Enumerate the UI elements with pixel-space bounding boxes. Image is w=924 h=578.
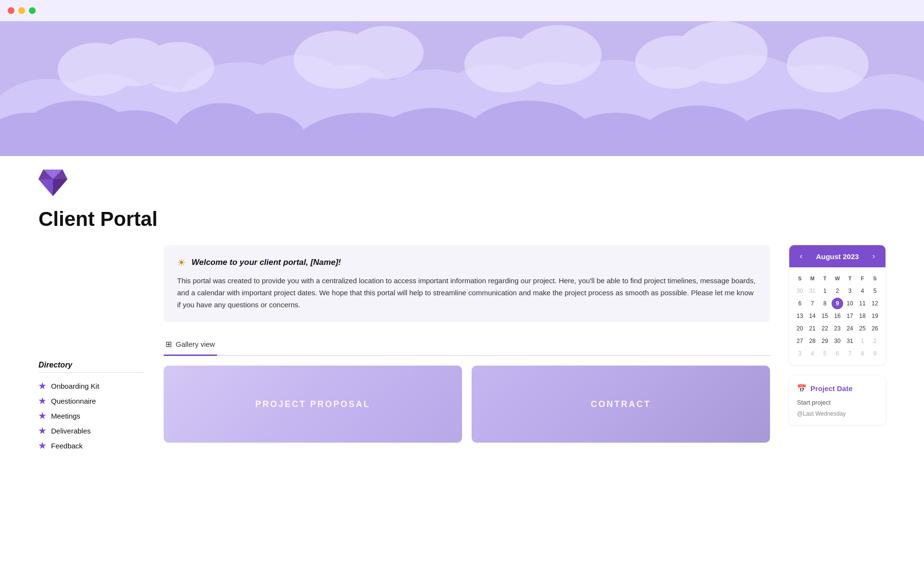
svg-point-36 bbox=[787, 37, 869, 92]
day-header-w: W bbox=[832, 273, 843, 284]
calendar-day[interactable]: 17 bbox=[844, 310, 856, 322]
calendar-day[interactable]: 15 bbox=[819, 310, 831, 322]
calendar: ‹ August 2023 › S M T W T F S 3031123456… bbox=[789, 245, 886, 365]
sidebar-item-onboarding[interactable]: Onboarding Kit bbox=[38, 379, 144, 394]
calendar-day[interactable]: 31 bbox=[844, 335, 856, 347]
deliverables-icon bbox=[38, 427, 46, 435]
calendar-day[interactable]: 4 bbox=[857, 285, 868, 297]
center-content: ☀ Welcome to your client portal, [Name]!… bbox=[164, 245, 770, 443]
calendar-day[interactable]: 21 bbox=[807, 323, 818, 334]
sidebar: Directory Onboarding Kit Questionnaire M… bbox=[38, 361, 144, 453]
calendar-week-5: 3456789 bbox=[794, 347, 881, 360]
project-date-schedule: @Last Wednesday bbox=[797, 410, 878, 417]
calendar-next-button[interactable]: › bbox=[870, 251, 878, 262]
contract-label: CONTRACT bbox=[591, 399, 651, 409]
minimize-button[interactable] bbox=[18, 7, 25, 14]
calendar-day[interactable]: 9 bbox=[832, 298, 843, 309]
sidebar-label-deliverables: Deliverables bbox=[51, 427, 91, 435]
calendar-day[interactable]: 24 bbox=[844, 323, 856, 334]
welcome-box: ☀ Welcome to your client portal, [Name]!… bbox=[164, 245, 770, 322]
calendar-week-3: 20212223242526 bbox=[794, 322, 881, 335]
calendar-day[interactable]: 30 bbox=[832, 335, 843, 347]
calendar-day: 3 bbox=[794, 348, 806, 359]
svg-marker-42 bbox=[53, 179, 67, 196]
calendar-day[interactable]: 16 bbox=[832, 310, 843, 322]
sidebar-title: Directory bbox=[38, 361, 144, 373]
main-layout: Directory Onboarding Kit Questionnaire M… bbox=[0, 245, 924, 453]
day-header-s2: S bbox=[869, 273, 881, 284]
calendar-icon: 📅 bbox=[797, 384, 807, 393]
svg-point-29 bbox=[142, 42, 214, 92]
calendar-day[interactable]: 8 bbox=[819, 298, 831, 309]
feedback-icon bbox=[38, 442, 46, 450]
sidebar-item-questionnaire[interactable]: Questionnaire bbox=[38, 394, 144, 408]
titlebar bbox=[0, 0, 924, 21]
sidebar-label-feedback: Feedback bbox=[51, 442, 83, 450]
sidebar-item-meetings[interactable]: Meetings bbox=[38, 408, 144, 423]
calendar-day[interactable]: 18 bbox=[857, 310, 868, 322]
calendar-day[interactable]: 3 bbox=[844, 285, 856, 297]
grid-icon: ⊞ bbox=[166, 340, 172, 349]
calendar-day[interactable]: 5 bbox=[869, 285, 881, 297]
close-button[interactable] bbox=[8, 7, 14, 14]
calendar-day[interactable]: 11 bbox=[857, 298, 868, 309]
calendar-day-headers: S M T W T F S bbox=[794, 272, 881, 285]
calendar-day[interactable]: 25 bbox=[857, 323, 868, 334]
calendar-day[interactable]: 12 bbox=[869, 298, 881, 309]
gallery-cards: PROJECT PROPOSAL CONTRACT bbox=[164, 366, 770, 443]
svg-point-35 bbox=[676, 21, 768, 84]
calendar-day[interactable]: 22 bbox=[819, 323, 831, 334]
hero-banner bbox=[0, 21, 924, 156]
proposal-label: PROJECT PROPOSAL bbox=[255, 399, 370, 409]
calendar-day[interactable]: 19 bbox=[869, 310, 881, 322]
calendar-day[interactable]: 13 bbox=[794, 310, 806, 322]
calendar-day: 2 bbox=[869, 335, 881, 347]
calendar-week-1: 6789101112 bbox=[794, 297, 881, 310]
calendar-day[interactable]: 6 bbox=[794, 298, 806, 309]
calendar-day[interactable]: 7 bbox=[807, 298, 818, 309]
calendar-day[interactable]: 14 bbox=[807, 310, 818, 322]
svg-point-33 bbox=[515, 25, 602, 85]
calendar-day[interactable]: 10 bbox=[844, 298, 856, 309]
calendar-day: 5 bbox=[819, 348, 831, 359]
project-date-start-label: Start project bbox=[797, 398, 878, 407]
sidebar-label-meetings: Meetings bbox=[51, 412, 80, 420]
gallery-view-tab[interactable]: ⊞ Gallery view bbox=[164, 336, 217, 356]
welcome-title: Welcome to your client portal, [Name]! bbox=[192, 258, 341, 267]
questionnaire-icon bbox=[38, 397, 46, 405]
day-header-s1: S bbox=[794, 273, 806, 284]
welcome-body: This portal was created to provide you w… bbox=[177, 275, 757, 311]
calendar-week-2: 13141516171819 bbox=[794, 310, 881, 322]
project-date-card: 📅 Project Date Start project @Last Wedne… bbox=[789, 376, 886, 425]
calendar-day: 30 bbox=[794, 285, 806, 297]
card-contract[interactable]: CONTRACT bbox=[472, 366, 770, 443]
calendar-day[interactable]: 1 bbox=[819, 285, 831, 297]
calendar-day[interactable]: 26 bbox=[869, 323, 881, 334]
day-header-t2: T bbox=[844, 273, 856, 284]
calendar-day[interactable]: 20 bbox=[794, 323, 806, 334]
calendar-month-year: August 2023 bbox=[816, 252, 859, 261]
calendar-day[interactable]: 27 bbox=[794, 335, 806, 347]
icon-area bbox=[0, 156, 924, 203]
calendar-header: ‹ August 2023 › bbox=[789, 245, 886, 267]
card-proposal[interactable]: PROJECT PROPOSAL bbox=[164, 366, 462, 443]
calendar-day[interactable]: 2 bbox=[832, 285, 843, 297]
calendar-day: 4 bbox=[807, 348, 818, 359]
calendar-day[interactable]: 23 bbox=[832, 323, 843, 334]
calendar-day[interactable]: 29 bbox=[819, 335, 831, 347]
maximize-button[interactable] bbox=[29, 7, 36, 14]
calendar-grid: S M T W T F S 30311234567891011121314151… bbox=[789, 267, 886, 365]
svg-marker-41 bbox=[38, 179, 53, 196]
page-title: Client Portal bbox=[0, 203, 924, 245]
sidebar-item-deliverables[interactable]: Deliverables bbox=[38, 423, 144, 438]
calendar-prev-button[interactable]: ‹ bbox=[797, 251, 805, 262]
day-header-m: M bbox=[807, 273, 818, 284]
calendar-day: 7 bbox=[844, 348, 856, 359]
sidebar-item-feedback[interactable]: Feedback bbox=[38, 438, 144, 453]
calendar-weeks: 3031123456789101112131415161718192021222… bbox=[794, 285, 881, 360]
sun-icon: ☀ bbox=[177, 257, 186, 268]
calendar-day: 8 bbox=[857, 348, 868, 359]
welcome-header: ☀ Welcome to your client portal, [Name]! bbox=[177, 257, 757, 268]
right-sidebar: ‹ August 2023 › S M T W T F S 3031123456… bbox=[789, 245, 886, 425]
calendar-day[interactable]: 28 bbox=[807, 335, 818, 347]
